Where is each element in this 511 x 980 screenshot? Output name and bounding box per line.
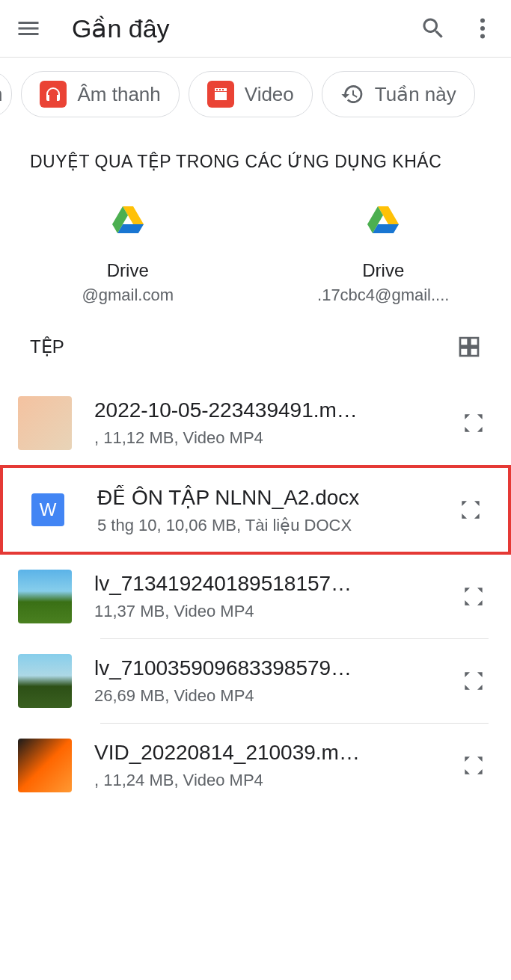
svg-rect-3 xyxy=(216,89,218,90)
svg-rect-5 xyxy=(222,89,224,90)
chip-label: Âm thanh xyxy=(77,83,160,106)
file-name: 2022-10-05-223439491.m… xyxy=(94,398,436,422)
file-meta: , 11,12 MB, Video MP4 xyxy=(94,428,436,448)
file-name: ĐỀ ÔN TẬP NLNN_A2.docx xyxy=(97,485,433,510)
drive-icon xyxy=(365,202,401,238)
file-meta: 26,69 MB, Video MP4 xyxy=(94,686,436,706)
file-info: 2022-10-05-223439491.m… , 11,12 MB, Vide… xyxy=(94,398,436,448)
file-list: 2022-10-05-223439491.m… , 11,12 MB, Vide… xyxy=(0,381,511,807)
history-icon xyxy=(340,82,364,106)
chip-label: Video xyxy=(245,83,294,106)
fullscreen-icon xyxy=(456,495,486,525)
file-thumbnail xyxy=(18,570,72,623)
file-info: lv_710035909683398579… 26,69 MB, Video M… xyxy=(94,656,436,706)
drive-icon xyxy=(110,202,146,238)
expand-button[interactable] xyxy=(456,495,486,525)
chip-thisweek[interactable]: Tuần này xyxy=(322,71,475,117)
svg-point-0 xyxy=(480,19,485,23)
files-header: TỆP xyxy=(0,320,511,381)
svg-rect-4 xyxy=(219,89,221,90)
chip-partial[interactable]: h xyxy=(0,71,12,117)
file-name: lv_713419240189518157… xyxy=(94,572,436,596)
fullscreen-icon xyxy=(459,408,489,438)
grid-icon xyxy=(457,335,481,359)
page-title: Gần đây xyxy=(72,13,420,43)
drive-name: Drive xyxy=(362,260,404,281)
fullscreen-icon xyxy=(459,666,489,696)
menu-button[interactable] xyxy=(15,15,42,42)
file-name: lv_710035909683398579… xyxy=(94,656,436,680)
browse-section: DUYỆT QUA TỆP TRONG CÁC ỨNG DỤNG KHÁC xyxy=(0,131,511,179)
file-row[interactable]: VID_20220814_210039.m… , 11,24 MB, Video… xyxy=(0,724,511,807)
file-thumbnail: W xyxy=(31,493,64,526)
drive-email: @gmail.com xyxy=(82,286,174,305)
file-meta: 5 thg 10, 10,06 MB, Tài liệu DOCX xyxy=(97,516,433,535)
filter-chips: h Âm thanh Video Tuần này xyxy=(0,58,511,131)
file-row[interactable]: lv_710035909683398579… 26,69 MB, Video M… xyxy=(0,639,511,723)
svg-point-1 xyxy=(480,26,485,31)
expand-button[interactable] xyxy=(459,751,489,780)
file-name: VID_20220814_210039.m… xyxy=(94,741,436,765)
file-info: VID_20220814_210039.m… , 11,24 MB, Video… xyxy=(94,741,436,790)
audio-icon xyxy=(40,81,67,108)
file-thumbnail xyxy=(18,654,72,708)
file-info: lv_713419240189518157… 11,37 MB, Video M… xyxy=(94,572,436,621)
file-thumbnail xyxy=(18,396,72,450)
chip-video[interactable]: Video xyxy=(189,71,313,117)
chip-audio[interactable]: Âm thanh xyxy=(21,71,179,117)
more-vert-icon xyxy=(469,15,496,42)
drive-apps: Drive @gmail.com Drive .17cbc4@gmail.... xyxy=(0,179,511,320)
files-title: TỆP xyxy=(30,336,64,357)
grid-view-button[interactable] xyxy=(457,335,481,359)
file-row[interactable]: 2022-10-05-223439491.m… , 11,12 MB, Vide… xyxy=(0,381,511,465)
drive-name: Drive xyxy=(107,260,149,281)
search-button[interactable] xyxy=(420,15,447,42)
chip-label: Tuần này xyxy=(375,83,456,106)
search-icon xyxy=(420,15,447,42)
browse-title: DUYỆT QUA TỆP TRONG CÁC ỨNG DỤNG KHÁC xyxy=(30,152,481,172)
drive-app-1[interactable]: Drive .17cbc4@gmail.... xyxy=(271,202,497,305)
file-info: ĐỀ ÔN TẬP NLNN_A2.docx 5 thg 10, 10,06 M… xyxy=(97,485,433,535)
svg-point-2 xyxy=(480,34,485,39)
drive-email: .17cbc4@gmail.... xyxy=(317,286,449,305)
drive-app-0[interactable]: Drive @gmail.com xyxy=(15,202,241,305)
file-meta: , 11,24 MB, Video MP4 xyxy=(94,771,436,790)
video-icon xyxy=(207,81,234,108)
file-row[interactable]: lv_713419240189518157… 11,37 MB, Video M… xyxy=(0,555,511,638)
fullscreen-icon xyxy=(459,751,489,780)
file-thumbnail xyxy=(18,739,72,792)
chip-label: h xyxy=(0,83,2,106)
header: Gần đây xyxy=(0,0,511,58)
fullscreen-icon xyxy=(459,582,489,611)
expand-button[interactable] xyxy=(459,582,489,611)
file-meta: 11,37 MB, Video MP4 xyxy=(94,602,436,621)
expand-button[interactable] xyxy=(459,408,489,438)
file-row[interactable]: W ĐỀ ÔN TẬP NLNN_A2.docx 5 thg 10, 10,06… xyxy=(0,465,511,555)
menu-icon xyxy=(15,15,42,42)
more-button[interactable] xyxy=(469,15,496,42)
expand-button[interactable] xyxy=(459,666,489,696)
